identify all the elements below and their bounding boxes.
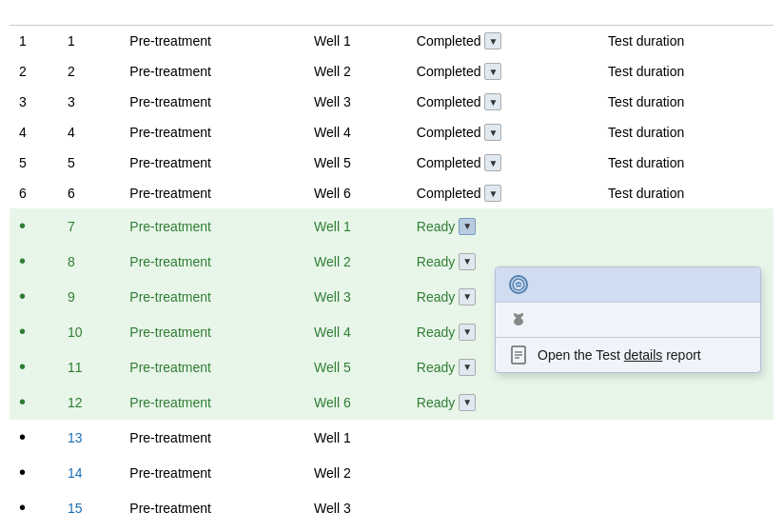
testing-status: Ready ▼: [407, 208, 598, 244]
status-dropdown-button[interactable]: ▼: [484, 154, 501, 171]
status-dropdown-button[interactable]: ▼: [484, 32, 501, 49]
test-number: 2: [10, 56, 58, 87]
status-text: Ready: [417, 325, 455, 340]
testing-status: Completed ▼: [407, 26, 598, 57]
status-dropdown-button[interactable]: ▼: [459, 324, 476, 341]
status-text: Ready: [417, 219, 455, 234]
apparatus: Well 1: [304, 26, 407, 57]
stage: Pre-treatment: [120, 349, 304, 384]
col-header-apparatus: [304, 10, 407, 26]
apparatus: Well 6: [304, 384, 407, 420]
reason-ended: [598, 384, 773, 420]
animal-number: 2: [58, 56, 120, 87]
table-row: 2 2 Pre-treatment Well 2 Completed ▼ Tes…: [10, 56, 773, 87]
reason-ended: Test duration: [598, 148, 773, 178]
animal-number: 3: [58, 87, 120, 117]
status-dropdown-button[interactable]: ▼: [459, 288, 476, 305]
menu-item-skip-test[interactable]: [496, 267, 760, 302]
menu-item-animal-report[interactable]: [496, 303, 760, 337]
bullet: •: [10, 349, 58, 384]
table-row: 1 1 Pre-treatment Well 1 Completed ▼ Tes…: [10, 26, 773, 57]
stage: Pre-treatment: [120, 56, 304, 87]
context-dropdown-menu: Open the Test details report: [495, 266, 761, 373]
testing-status: Completed ▼: [407, 56, 598, 87]
stage: Pre-treatment: [120, 148, 304, 178]
col-header-reason-ended: [598, 10, 773, 26]
table-row: • 12 Pre-treatment Well 6 Ready ▼: [10, 384, 773, 420]
status-dropdown-button[interactable]: ▼: [459, 394, 476, 411]
status-text: Completed: [417, 155, 481, 170]
test-number: 5: [10, 148, 58, 178]
status-text: Completed: [417, 94, 481, 109]
status-dropdown-button[interactable]: ▼: [484, 124, 501, 141]
bullet: •: [10, 314, 58, 349]
animal-number: 1: [58, 26, 120, 57]
stage: Pre-treatment: [120, 178, 304, 208]
animal-number: 15: [58, 490, 120, 525]
testing-status: Completed ▼: [407, 87, 598, 117]
status-dropdown-button[interactable]: ▼: [459, 359, 476, 376]
apparatus: Well 1: [304, 420, 407, 455]
reason-ended: Test duration: [598, 178, 773, 208]
status-dropdown-button[interactable]: ▼: [459, 218, 476, 235]
testing-status: Ready ▼: [407, 384, 598, 420]
reason-ended: [598, 208, 773, 244]
apparatus: Well 5: [304, 349, 407, 384]
test-number: 3: [10, 87, 58, 117]
reason-ended: Test duration: [598, 117, 773, 148]
animal-icon: [509, 310, 528, 329]
status-text: Completed: [417, 186, 481, 201]
testing-status: [407, 490, 598, 525]
menu-item-test-report[interactable]: Open the Test details report: [496, 338, 760, 372]
table-row: 4 4 Pre-treatment Well 4 Completed ▼ Tes…: [10, 117, 773, 148]
animal-number: 7: [58, 208, 120, 244]
reason-ended: Test duration: [598, 26, 773, 57]
table-row: 6 6 Pre-treatment Well 6 Completed ▼ Tes…: [10, 178, 773, 208]
bullet: •: [10, 455, 58, 490]
apparatus: Well 4: [304, 117, 407, 148]
menu-item-test-report-label: Open the Test details report: [538, 347, 701, 363]
testing-status: Completed ▼: [407, 148, 598, 178]
status-dropdown-button[interactable]: ▼: [484, 63, 501, 80]
animal-number: 12: [58, 384, 120, 420]
reason-ended: [598, 490, 773, 525]
apparatus: Well 1: [304, 208, 407, 244]
status-text: Ready: [417, 395, 455, 410]
skip-icon: [509, 275, 528, 294]
col-header-stage: [120, 10, 304, 26]
status-text: Ready: [417, 360, 455, 375]
apparatus: Well 2: [304, 244, 407, 279]
report-icon: [509, 345, 528, 365]
reason-ended: [598, 455, 773, 490]
testing-status: Completed ▼: [407, 117, 598, 148]
animal-number: 6: [58, 178, 120, 208]
animal-number: 14: [58, 455, 120, 490]
stage: Pre-treatment: [120, 455, 304, 490]
testing-status: [407, 455, 598, 490]
stage: Pre-treatment: [120, 314, 304, 349]
status-dropdown-button[interactable]: ▼: [459, 253, 476, 270]
status-dropdown-button[interactable]: ▼: [484, 185, 501, 202]
apparatus: Well 5: [304, 148, 407, 178]
table-row: 5 5 Pre-treatment Well 5 Completed ▼ Tes…: [10, 148, 773, 178]
reason-ended: Test duration: [598, 87, 773, 117]
test-number: 6: [10, 178, 58, 208]
apparatus: Well 4: [304, 314, 407, 349]
table-row: • 7 Pre-treatment Well 1 Ready ▼: [10, 208, 773, 244]
animal-number: 13: [58, 420, 120, 455]
stage: Pre-treatment: [120, 87, 304, 117]
stage: Pre-treatment: [120, 279, 304, 314]
animal-number: 11: [58, 349, 120, 384]
status-dropdown-button[interactable]: ▼: [484, 93, 501, 110]
apparatus: Well 3: [304, 87, 407, 117]
stage: Pre-treatment: [120, 490, 304, 525]
animal-number: 9: [58, 279, 120, 314]
table-header-row: [10, 10, 773, 26]
col-header-test: [10, 10, 58, 26]
apparatus: Well 6: [304, 178, 407, 208]
apparatus: Well 3: [304, 279, 407, 314]
table-row: 3 3 Pre-treatment Well 3 Completed ▼ Tes…: [10, 87, 773, 117]
apparatus: Well 2: [304, 455, 407, 490]
animal-number: 10: [58, 314, 120, 349]
testing-status: Completed ▼: [407, 178, 598, 208]
